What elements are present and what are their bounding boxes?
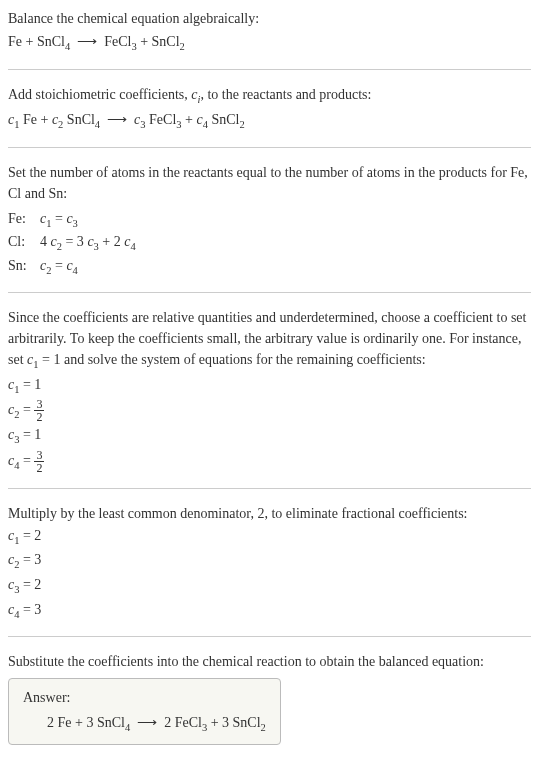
step1-text: Balance the chemical equation algebraica… [8,8,531,29]
element-equation: c2 = c4 [40,255,78,279]
step3-text: Set the number of atoms in the reactants… [8,162,531,204]
element-equation: c1 = c3 [40,208,78,232]
coef-list: c1 = 1 c2 = 32 c3 = 1 c4 = 32 [8,374,531,474]
step2-equation: c1 Fe + c2 SnCl4 ⟶ c3 FeCl3 + c4 SnCl2 [8,109,531,133]
coef-line: c1 = 2 [8,525,531,549]
coef-line: c2 = 32 [8,398,531,423]
step2-text-before: Add stoichiometric coefficients, [8,87,191,102]
divider [8,69,531,70]
divider [8,636,531,637]
answer-title: Answer: [23,687,266,708]
step5-text: Multiply by the least common denominator… [8,503,531,524]
element-label: Cl: [8,231,30,255]
answer-box: Answer: 2 Fe + 3 SnCl4 ⟶ 2 FeCl3 + 3 SnC… [8,678,281,745]
step2: Add stoichiometric coefficients, ci, to … [8,84,531,133]
coef-line: c2 = 3 [8,549,531,573]
coef-list: c1 = 2 c2 = 3 c3 = 2 c4 = 3 [8,525,531,622]
coef-line: c4 = 3 [8,599,531,623]
element-label: Fe: [8,208,30,232]
table-row: Sn: c2 = c4 [8,255,531,279]
step1: Balance the chemical equation algebraica… [8,8,531,55]
coef-line: c1 = 1 [8,374,531,398]
step2-text-after: , to the reactants and products: [200,87,371,102]
element-equation: 4 c2 = 3 c3 + 2 c4 [40,231,136,255]
step1-equation: Fe + SnCl4 ⟶ FeCl3 + SnCl2 [8,31,531,55]
frac-bot: 2 [34,462,44,474]
step4: Since the coefficients are relative quan… [8,307,531,474]
step5: Multiply by the least common denominator… [8,503,531,622]
divider [8,488,531,489]
coef-line: c4 = 32 [8,449,531,474]
coef-line: c3 = 2 [8,574,531,598]
atoms-table: Fe: c1 = c3 Cl: 4 c2 = 3 c3 + 2 c4 Sn: c… [8,208,531,279]
divider [8,292,531,293]
frac-bot: 2 [34,411,44,423]
table-row: Cl: 4 c2 = 3 c3 + 2 c4 [8,231,531,255]
step6-text: Substitute the coefficients into the che… [8,651,531,672]
answer-equation: 2 Fe + 3 SnCl4 ⟶ 2 FeCl3 + 3 SnCl2 [23,712,266,736]
element-label: Sn: [8,255,30,279]
table-row: Fe: c1 = c3 [8,208,531,232]
coef-line: c3 = 1 [8,424,531,448]
step2-text: Add stoichiometric coefficients, ci, to … [8,84,531,108]
divider [8,147,531,148]
step4-text: Since the coefficients are relative quan… [8,307,531,373]
frac-top: 3 [34,449,44,462]
step3: Set the number of atoms in the reactants… [8,162,531,279]
step6: Substitute the coefficients into the che… [8,651,531,745]
